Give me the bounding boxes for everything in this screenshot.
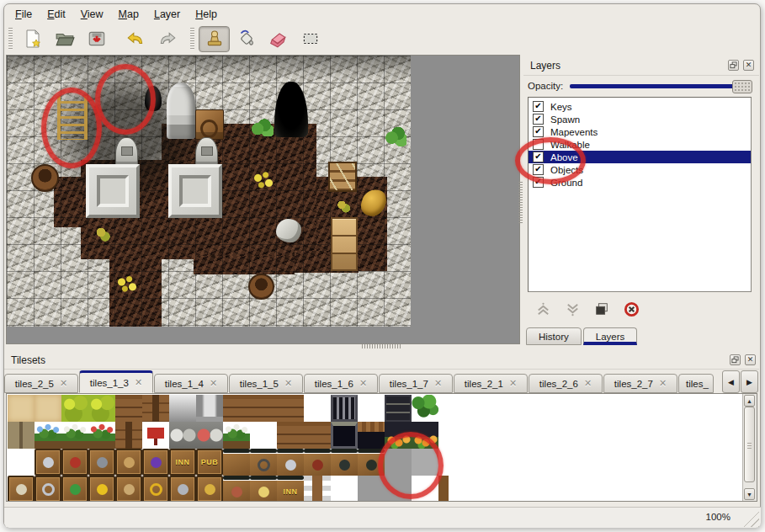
tileset-tab-tiles_1_6[interactable]: tiles_1_6✕ bbox=[304, 374, 378, 393]
tile-cell-sign-pub[interactable]: PUB bbox=[196, 449, 223, 476]
tile-cell-fb[interactable] bbox=[88, 422, 115, 449]
tile-cell-sign[interactable] bbox=[196, 476, 223, 502]
tileset-tab-tiles_2_6[interactable]: tiles_2_6✕ bbox=[529, 374, 603, 393]
tile-cell-gray[interactable] bbox=[385, 449, 412, 476]
opacity-slider-handle[interactable] bbox=[732, 80, 752, 93]
tileset-tab-tiles_1_4[interactable]: tiles_1_4✕ bbox=[154, 374, 228, 393]
layer-row-mapevents[interactable]: ✔Mapevents bbox=[529, 125, 751, 138]
tileset-tab-tiles_1_5[interactable]: tiles_1_5✕ bbox=[229, 374, 303, 393]
tile-cell-grayslope[interactable] bbox=[169, 395, 196, 422]
opacity-slider[interactable] bbox=[570, 79, 752, 93]
close-tab-icon[interactable]: ✕ bbox=[434, 378, 442, 389]
menu-item-help[interactable]: Help bbox=[189, 7, 224, 24]
tile-cell-fb[interactable] bbox=[35, 422, 61, 449]
duplicate-layer-button[interactable] bbox=[593, 301, 610, 317]
tile-cell-sign[interactable] bbox=[142, 476, 169, 502]
toolbar-handle[interactable] bbox=[190, 28, 194, 50]
tile-cell-pillar[interactable] bbox=[196, 395, 223, 422]
scroll-tabs-left-button[interactable]: ◀ bbox=[722, 370, 740, 393]
tile-cell-archesred[interactable] bbox=[196, 422, 223, 449]
tile-cell-sand[interactable] bbox=[35, 395, 61, 422]
fill-tool-button[interactable] bbox=[231, 26, 262, 52]
tile-cell-greenplants[interactable] bbox=[412, 395, 438, 422]
close-tab-icon[interactable]: ✕ bbox=[509, 378, 517, 389]
scrollbar-thumb[interactable] bbox=[744, 407, 755, 482]
menu-item-layer[interactable]: Layer bbox=[147, 7, 187, 24]
scroll-down-button[interactable]: ▼ bbox=[744, 488, 755, 500]
close-tab-icon[interactable]: ✕ bbox=[210, 378, 217, 389]
tile-cell-fb[interactable] bbox=[223, 422, 250, 449]
tileset-tab-tiles_1_7[interactable]: tiles_1_7✕ bbox=[379, 374, 453, 393]
close-tab-icon[interactable]: ✕ bbox=[584, 378, 592, 389]
tile-cell-fence[interactable] bbox=[250, 395, 277, 422]
layer-row-above[interactable]: ✔Above bbox=[529, 151, 751, 163]
tile-cell-sign[interactable] bbox=[88, 449, 115, 476]
tile-cell-sign[interactable] bbox=[115, 449, 142, 476]
tile-cell-hang[interactable] bbox=[223, 476, 250, 502]
tab-history[interactable]: History bbox=[526, 327, 582, 345]
close-tab-icon[interactable]: ✕ bbox=[60, 378, 67, 389]
tile-cell-orangewin[interactable] bbox=[412, 422, 438, 449]
layer-row-objects[interactable]: ✔Objects bbox=[529, 163, 751, 176]
move-layer-up-button[interactable] bbox=[534, 301, 551, 317]
tile-cell-sign[interactable] bbox=[88, 476, 115, 502]
layer-row-spawn[interactable]: ✔Spawn bbox=[529, 113, 751, 125]
select-tool-button[interactable] bbox=[295, 26, 326, 52]
tileset-tab-tiles_1_3[interactable]: tiles_1_3✕ bbox=[79, 370, 153, 393]
tile-cell-arches[interactable] bbox=[169, 422, 196, 449]
tile-cell-fencepost[interactable] bbox=[115, 422, 142, 449]
tileset-tab-tiles[interactable]: tiles_ bbox=[678, 374, 714, 393]
layer-visibility-checkbox[interactable]: ✔ bbox=[533, 177, 544, 188]
menu-item-map[interactable]: Map bbox=[112, 7, 146, 24]
tile-cell-awning[interactable] bbox=[358, 422, 385, 449]
tile-cell-fence[interactable] bbox=[223, 395, 250, 422]
move-layer-down-button[interactable] bbox=[564, 301, 581, 317]
tile-cell-post[interactable] bbox=[304, 476, 331, 502]
undo-button[interactable] bbox=[120, 26, 151, 52]
tile-cell-bush[interactable] bbox=[88, 395, 115, 422]
layer-row-walkable[interactable]: Walkable bbox=[529, 138, 751, 151]
menu-item-file[interactable]: File bbox=[8, 7, 39, 24]
scroll-tabs-right-button[interactable]: ▶ bbox=[741, 370, 758, 393]
tile-cell-mailbox[interactable] bbox=[142, 422, 169, 449]
layer-row-keys[interactable]: ✔Keys bbox=[529, 100, 751, 113]
close-tab-icon[interactable]: ✕ bbox=[284, 378, 292, 389]
tile-cell-sign[interactable] bbox=[115, 476, 142, 502]
tile-cell-sign[interactable] bbox=[169, 476, 196, 502]
tile-cell-fence[interactable] bbox=[277, 422, 304, 449]
tile-cell-hang[interactable] bbox=[250, 476, 277, 502]
float-panel-icon[interactable] bbox=[728, 60, 739, 71]
layer-visibility-checkbox[interactable]: ✔ bbox=[533, 114, 544, 125]
tile-cell-sign[interactable] bbox=[142, 449, 169, 476]
tile-cell-darkwin[interactable] bbox=[331, 422, 358, 449]
scroll-up-button[interactable]: ▲ bbox=[744, 395, 755, 407]
tile-cell-gray[interactable] bbox=[358, 476, 385, 502]
menu-item-edit[interactable]: Edit bbox=[40, 7, 72, 24]
tile-cell-hang[interactable] bbox=[331, 449, 358, 476]
tile-cell-darkshelf[interactable] bbox=[385, 395, 412, 422]
close-panel-icon[interactable]: ✕ bbox=[743, 60, 754, 71]
horizontal-splitter[interactable] bbox=[362, 344, 401, 348]
tile-cell-fence[interactable] bbox=[304, 422, 331, 449]
layer-visibility-checkbox[interactable]: ✔ bbox=[533, 126, 544, 137]
layer-row-ground[interactable]: ✔Ground bbox=[529, 176, 751, 189]
tile-cell-brownbit[interactable] bbox=[438, 476, 465, 502]
map-canvas[interactable] bbox=[6, 55, 520, 344]
close-panel-icon[interactable]: ✕ bbox=[745, 354, 756, 365]
tile-cell-bush[interactable] bbox=[61, 395, 88, 422]
tile-cell-fence[interactable] bbox=[115, 395, 142, 422]
eraser-tool-button[interactable] bbox=[263, 26, 294, 52]
open-file-button[interactable] bbox=[49, 26, 80, 52]
tab-layers[interactable]: Layers bbox=[583, 327, 638, 345]
vertical-splitter[interactable] bbox=[518, 182, 523, 224]
tile-cell-sign[interactable] bbox=[8, 476, 35, 502]
close-tab-icon[interactable]: ✕ bbox=[359, 378, 367, 389]
tile-cell-sign[interactable] bbox=[35, 476, 61, 502]
close-tab-icon[interactable]: ✕ bbox=[659, 378, 667, 389]
save-button[interactable] bbox=[81, 26, 112, 52]
tile-cell-sign[interactable] bbox=[61, 449, 88, 476]
toolbar-handle[interactable] bbox=[8, 28, 13, 50]
tilesheet-area[interactable]: INNPUBINN ▲ ▼ bbox=[6, 393, 757, 502]
tile-cell-hang[interactable] bbox=[358, 449, 385, 476]
layer-visibility-checkbox[interactable]: ✔ bbox=[533, 164, 544, 175]
